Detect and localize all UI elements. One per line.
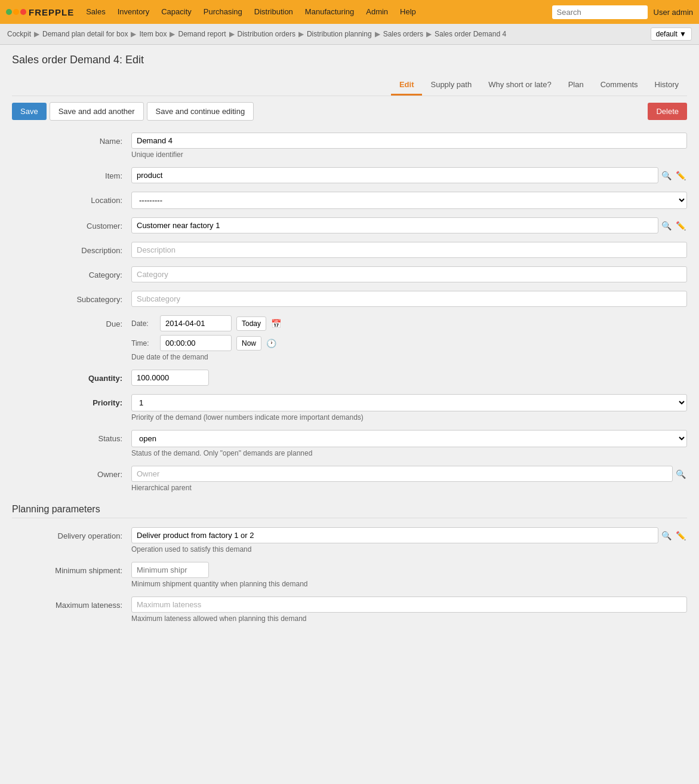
- delivery-op-edit-icon[interactable]: ✏️: [675, 530, 687, 542]
- description-input[interactable]: [131, 242, 687, 258]
- location-select[interactable]: ---------: [131, 192, 687, 209]
- min-shipment-input[interactable]: [131, 562, 209, 578]
- customer-search-icon[interactable]: 🔍: [660, 220, 673, 232]
- customer-control: 🔍 ✏️: [131, 217, 687, 233]
- sep2: ▶: [131, 30, 136, 38]
- nav-help[interactable]: Help: [394, 0, 422, 24]
- item-input[interactable]: [131, 167, 658, 183]
- name-label: Name:: [12, 133, 131, 146]
- date-input[interactable]: [160, 315, 232, 331]
- breadcrumb-distribution-orders[interactable]: Distribution orders: [238, 30, 295, 38]
- priority-label: Priority:: [12, 394, 131, 407]
- sep5: ▶: [298, 30, 304, 38]
- status-select[interactable]: open closed quote canceled: [131, 430, 687, 447]
- tab-comments[interactable]: Comments: [592, 75, 646, 96]
- min-shipment-hint: Minimum shipment quantity when planning …: [131, 580, 687, 588]
- priority-select[interactable]: 1 2 3 4 5: [131, 394, 687, 411]
- delivery-op-search-icon[interactable]: 🔍: [660, 530, 673, 542]
- time-sublabel: Time:: [131, 339, 155, 348]
- category-row: Category:: [12, 266, 687, 282]
- nav-purchasing[interactable]: Purchasing: [198, 0, 248, 24]
- save-continue-button[interactable]: Save and continue editing: [147, 102, 254, 121]
- delivery-op-hint: Operation used to satisfy this demand: [131, 545, 687, 554]
- due-control: Date: Today 📅 Time: Now 🕐 Due date of th…: [131, 315, 687, 361]
- due-fields: Date: Today 📅 Time: Now 🕐: [131, 315, 687, 351]
- logo-circles: [6, 9, 26, 15]
- due-date-row: Date: Today 📅: [131, 315, 687, 331]
- delivery-op-input[interactable]: [131, 527, 658, 543]
- delivery-op-input-wrap: 🔍 ✏️: [131, 527, 687, 543]
- category-control: [131, 266, 687, 282]
- tab-edit[interactable]: Edit: [391, 75, 423, 96]
- time-input[interactable]: [160, 335, 232, 351]
- nav-admin[interactable]: Admin: [360, 0, 394, 24]
- search-input[interactable]: [552, 5, 648, 19]
- breadcrumb-cockpit[interactable]: Cockpit: [7, 30, 31, 38]
- location-row: Location: ---------: [12, 192, 687, 209]
- nav-distribution[interactable]: Distribution: [248, 0, 299, 24]
- tab-why-short[interactable]: Why short or late?: [480, 75, 560, 96]
- status-label: Status:: [12, 430, 131, 443]
- breadcrumb-item-box[interactable]: Item box: [139, 30, 167, 38]
- location-control: ---------: [131, 192, 687, 209]
- item-control: 🔍 ✏️: [131, 167, 687, 183]
- breadcrumb-demand-report[interactable]: Demand report: [178, 30, 226, 38]
- owner-row: Owner: 🔍 Hierarchical parent: [12, 466, 687, 492]
- owner-input[interactable]: [131, 466, 673, 482]
- dropdown-arrow-icon: ▼: [679, 30, 686, 38]
- category-input[interactable]: [131, 266, 687, 282]
- nav-sales[interactable]: Sales: [80, 0, 112, 24]
- now-button[interactable]: Now: [236, 336, 261, 351]
- item-input-wrap: 🔍 ✏️: [131, 167, 687, 183]
- save-add-button[interactable]: Save and add another: [50, 102, 144, 121]
- item-row: Item: 🔍 ✏️: [12, 167, 687, 183]
- max-lateness-control: Maximum lateness allowed when planning t…: [131, 597, 687, 623]
- quantity-input[interactable]: [131, 370, 209, 386]
- status-control: open closed quote canceled Status of the…: [131, 430, 687, 457]
- default-dropdown-button[interactable]: default ▼: [651, 27, 692, 41]
- brand-name: FREPPLE: [29, 7, 74, 17]
- nav-inventory[interactable]: Inventory: [112, 0, 155, 24]
- customer-label: Customer:: [12, 217, 131, 230]
- nav-manufacturing[interactable]: Manufacturing: [299, 0, 360, 24]
- owner-input-wrap: 🔍: [131, 466, 687, 482]
- breadcrumb-sales-order-demand4[interactable]: Sales order Demand 4: [435, 30, 506, 38]
- nav-capacity[interactable]: Capacity: [155, 0, 198, 24]
- main-content: Sales order Demand 4: Edit Edit Supply p…: [0, 45, 699, 640]
- name-hint: Unique identifier: [131, 150, 687, 159]
- breadcrumb-demand-plan[interactable]: Demand plan detail for box: [42, 30, 128, 38]
- customer-row: Customer: 🔍 ✏️: [12, 217, 687, 233]
- breadcrumb-sales-orders[interactable]: Sales orders: [383, 30, 423, 38]
- save-button[interactable]: Save: [12, 103, 47, 120]
- subcategory-input[interactable]: [131, 291, 687, 307]
- default-label: default: [656, 30, 678, 38]
- subcategory-label: Subcategory:: [12, 291, 131, 304]
- default-dropdown-wrapper: default ▼: [651, 27, 692, 41]
- item-edit-icon[interactable]: ✏️: [675, 170, 687, 182]
- owner-search-icon[interactable]: 🔍: [675, 468, 687, 480]
- location-label: Location:: [12, 192, 131, 205]
- item-search-icon[interactable]: 🔍: [660, 170, 673, 182]
- logo-circle-red: [20, 9, 26, 15]
- quantity-label: Quantity:: [12, 370, 131, 383]
- customer-edit-icon[interactable]: ✏️: [675, 220, 687, 232]
- form-section: Name: Unique identifier Item: 🔍 ✏️ Locat…: [12, 133, 687, 492]
- tab-history[interactable]: History: [646, 75, 687, 96]
- delete-button[interactable]: Delete: [648, 103, 687, 120]
- max-lateness-input[interactable]: [131, 597, 687, 613]
- category-label: Category:: [12, 266, 131, 279]
- priority-control: 1 2 3 4 5 Priority of the demand (lower …: [131, 394, 687, 422]
- sep7: ▶: [426, 30, 432, 38]
- tab-supply-path[interactable]: Supply path: [422, 75, 480, 96]
- calendar-icon[interactable]: 📅: [271, 319, 281, 328]
- customer-input[interactable]: [131, 217, 658, 233]
- breadcrumb-distribution-planning[interactable]: Distribution planning: [307, 30, 372, 38]
- tab-plan[interactable]: Plan: [560, 75, 592, 96]
- clock-icon[interactable]: 🕐: [266, 339, 276, 348]
- priority-hint: Priority of the demand (lower numbers in…: [131, 413, 687, 422]
- sep6: ▶: [375, 30, 380, 38]
- min-shipment-row: Minimum shipment: Minimum shipment quant…: [12, 562, 687, 588]
- name-input[interactable]: [131, 133, 687, 149]
- brand: FREPPLE: [6, 7, 74, 17]
- today-button[interactable]: Today: [236, 316, 266, 331]
